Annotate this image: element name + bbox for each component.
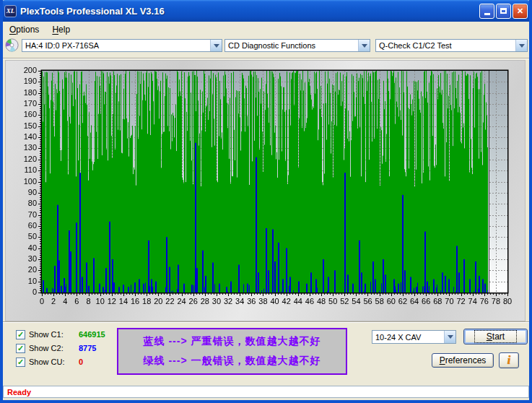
maximize-icon — [500, 8, 507, 14]
show-c1-row: ✓ Show C1: 646915 — [16, 329, 105, 339]
toolbar: HA:4 ID:0 PX-716SA CD Diagnostic Functio… — [3, 38, 529, 57]
c1-error-count: 646915 — [79, 330, 105, 339]
test-function-value: Q-Check C1/C2 Test — [376, 41, 515, 50]
show-c2-checkbox[interactable]: ✓ — [16, 344, 25, 353]
app-logo-icon: XL — [4, 5, 17, 17]
status-bar: Ready — [3, 383, 529, 400]
preferences-button[interactable]: Preferences — [432, 353, 494, 368]
show-cu-row: ✓ Show CU: 0 — [16, 357, 83, 367]
chevron-down-icon[interactable] — [358, 40, 370, 51]
legend-note-box: 蓝线 ---> 严重错误，数值越大越不好 绿线 ---> 一般错误，数值越大越不… — [117, 328, 347, 375]
maximize-button[interactable] — [496, 4, 511, 19]
title-bar: XL PlexTools Professional XL V3.16 ✕ — [0, 0, 532, 22]
start-button-label: Start — [487, 332, 505, 342]
chart-panel — [5, 60, 526, 321]
minimize-icon — [484, 13, 490, 15]
show-c2-row: ✓ Show C2: 8775 — [16, 343, 96, 353]
plextools-window: XL PlexTools Professional XL V3.16 ✕ Opt… — [0, 0, 532, 403]
c1c2-error-chart — [6, 61, 526, 322]
close-icon: ✕ — [517, 7, 523, 15]
chevron-down-icon[interactable] — [210, 40, 222, 51]
cd-disc-icon — [5, 38, 19, 52]
function-category-select[interactable]: CD Diagnostic Functions — [224, 39, 370, 52]
cu-error-count: 0 — [79, 358, 83, 366]
green-line-note: 绿线 ---> 一般错误，数值越大越不好 — [144, 355, 321, 368]
info-icon: i — [507, 354, 510, 367]
blue-line-note: 蓝线 ---> 严重错误，数值越大越不好 — [144, 335, 321, 348]
info-button[interactable]: i — [499, 352, 519, 368]
show-c2-label: Show C2: — [29, 344, 69, 352]
show-cu-label: Show CU: — [29, 358, 69, 366]
window-content: Options Help HA:4 ID:0 PX-716SA CD Diagn… — [3, 22, 529, 400]
status-field: Ready — [3, 386, 529, 398]
toolbar-separator — [3, 58, 529, 59]
preferences-button-label: Preferences — [440, 355, 487, 365]
show-c1-label: Show C1: — [29, 330, 69, 339]
minimize-button[interactable] — [479, 4, 494, 19]
show-c1-checkbox[interactable]: ✓ — [16, 330, 25, 339]
c2-error-count: 8775 — [79, 344, 96, 352]
chevron-down-icon[interactable] — [515, 40, 527, 51]
test-function-select[interactable]: Q-Check C1/C2 Test — [375, 39, 528, 52]
menu-options[interactable]: Options — [3, 22, 45, 37]
controls-area: ✓ Show C1: 646915 ✓ Show C2: 8775 ✓ Show… — [3, 324, 529, 383]
menu-help[interactable]: Help — [45, 22, 77, 37]
function-category-value: CD Diagnostic Functions — [225, 41, 358, 50]
controls-separator — [3, 321, 529, 323]
show-cu-checkbox[interactable]: ✓ — [16, 358, 25, 367]
close-button[interactable]: ✕ — [513, 4, 528, 19]
chevron-down-icon[interactable] — [444, 331, 455, 343]
speed-select-value: 10-24 X CAV — [372, 333, 444, 342]
start-button[interactable]: Start — [463, 329, 528, 344]
device-select-value: HA:4 ID:0 PX-716SA — [22, 41, 210, 50]
speed-select[interactable]: 10-24 X CAV — [372, 330, 456, 344]
status-text: Ready — [7, 388, 31, 396]
menu-bar: Options Help — [3, 22, 529, 38]
window-title: PlexTools Professional XL V3.16 — [20, 6, 479, 17]
device-select[interactable]: HA:4 ID:0 PX-716SA — [22, 39, 222, 52]
